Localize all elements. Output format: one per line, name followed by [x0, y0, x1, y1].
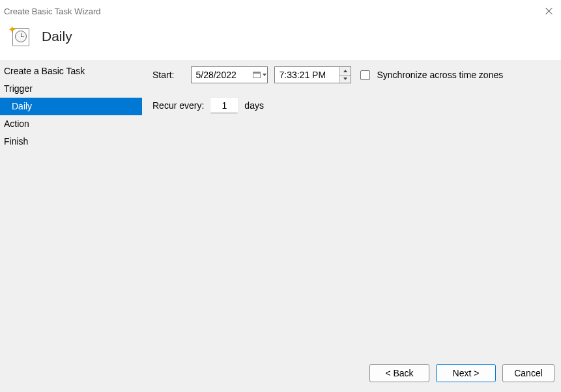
wizard-footer: < Back Next > Cancel: [0, 361, 561, 392]
recur-label: Recur every:: [152, 100, 204, 111]
sidebar-item-daily[interactable]: Daily: [0, 98, 142, 115]
start-row: Start: 5/28/2022 7:33:21 PM Synchronize …: [152, 66, 551, 83]
next-button[interactable]: Next >: [436, 364, 496, 382]
start-label: Start:: [152, 70, 174, 80]
page-title: Daily: [42, 29, 72, 44]
titlebar: Create Basic Task Wizard: [0, 0, 561, 21]
wizard-icon: ✦: [8, 25, 31, 48]
start-date-input[interactable]: 5/28/2022: [191, 66, 268, 83]
time-spinner[interactable]: [339, 67, 351, 83]
back-button[interactable]: < Back: [369, 364, 429, 382]
recur-days-input[interactable]: 1: [210, 98, 238, 113]
wizard-body: Create a Basic Task Trigger Daily Action…: [0, 60, 561, 363]
wizard-content: Start: 5/28/2022 7:33:21 PM Synchronize …: [142, 60, 561, 363]
sync-timezones-label: Synchronize across time zones: [377, 70, 503, 80]
wizard-header: ✦ Daily: [0, 21, 561, 60]
start-time-value: 7:33:21 PM: [279, 70, 326, 80]
sidebar-item-create-basic-task[interactable]: Create a Basic Task: [0, 63, 142, 80]
cancel-button[interactable]: Cancel: [502, 364, 554, 382]
start-date-value: 5/28/2022: [195, 70, 236, 80]
spinner-up-icon[interactable]: [339, 67, 351, 76]
window-title: Create Basic Task Wizard: [4, 5, 101, 16]
spinner-down-icon[interactable]: [339, 76, 351, 83]
sidebar-item-finish[interactable]: Finish: [0, 133, 142, 150]
sidebar-item-action[interactable]: Action: [0, 115, 142, 133]
wizard-sidebar: Create a Basic Task Trigger Daily Action…: [0, 60, 142, 363]
start-time-input[interactable]: 7:33:21 PM: [274, 66, 351, 83]
sync-timezones-checkbox[interactable]: [360, 70, 370, 80]
sidebar-item-trigger[interactable]: Trigger: [0, 80, 142, 98]
recur-unit-label: days: [244, 100, 264, 111]
recur-row: Recur every: 1 days: [152, 98, 551, 113]
close-icon[interactable]: [545, 7, 553, 15]
calendar-dropdown-icon[interactable]: [252, 67, 267, 83]
